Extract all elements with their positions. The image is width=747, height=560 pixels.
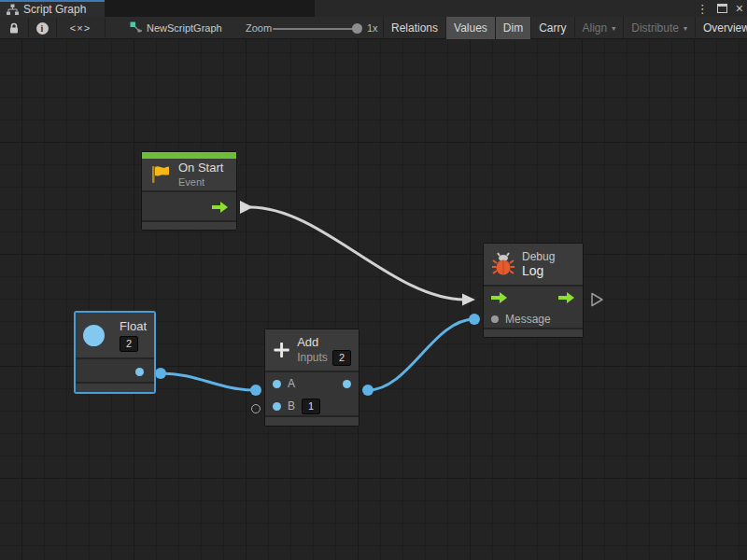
node-float-literal[interactable]: Float 2 [75, 312, 155, 393]
add-output-port[interactable] [343, 380, 351, 388]
flow-output-port-icon[interactable] [212, 202, 229, 213]
plus-icon [273, 338, 290, 362]
close-icon[interactable]: × [736, 2, 743, 15]
hierarchy-icon [7, 4, 19, 16]
info-button[interactable]: i [32, 17, 52, 39]
graph-canvas[interactable]: On Start Event [0, 39, 747, 560]
value-wire-add-to-log[interactable] [368, 319, 474, 390]
code-icon: <×> [70, 22, 91, 34]
zoom-label: Zoom [246, 17, 272, 39]
inputs-label: Inputs [297, 351, 328, 364]
wire-endpoint-dot [250, 385, 261, 396]
unconnected-flow-output-triangle[interactable] [592, 294, 602, 306]
zoom-value: 1x [367, 17, 378, 39]
node-footer [265, 415, 359, 426]
message-input-port[interactable] [491, 315, 499, 323]
wire-endpoint-dot [362, 385, 374, 396]
align-label: Align [583, 21, 608, 35]
distribute-button[interactable]: Distribute ▾ [623, 17, 695, 39]
node-subtitle: Event [178, 175, 223, 189]
bug-icon [491, 252, 515, 276]
port-label: A [288, 377, 295, 390]
node-title: Debug [522, 250, 555, 263]
unity-script-graph-window: Script Graph ⋮ × i <×> NewScriptGraph Zo… [0, 0, 747, 560]
window-controls: ⋮ × [697, 0, 743, 17]
dim-button[interactable]: Dim [495, 17, 530, 39]
add-input-b-port[interactable] [273, 402, 281, 411]
flag-icon [149, 164, 172, 185]
wire-endpoint-dot [155, 368, 166, 379]
value-wire-float-to-add[interactable] [161, 373, 256, 390]
port-label: B [288, 399, 295, 413]
tab-script-graph[interactable]: Script Graph [0, 0, 105, 17]
info-icon: i [36, 22, 49, 35]
node-title: Add [297, 335, 351, 350]
window-menu-icon[interactable]: ⋮ [697, 3, 709, 15]
zoom-slider-track[interactable] [273, 28, 360, 30]
node-add[interactable]: Add Inputs 2 A B 1 [264, 329, 359, 427]
chevron-down-icon: ▾ [684, 24, 687, 33]
wire-endpoint-dot [469, 314, 480, 325]
script-graph-icon [130, 21, 143, 35]
code-view-button[interactable]: <×> [63, 17, 97, 39]
node-title: Float [120, 319, 147, 334]
flow-wire-start-arrow [240, 201, 253, 214]
flow-input-port-icon[interactable] [491, 292, 508, 303]
add-input-a-port[interactable] [273, 380, 281, 388]
flow-wire-end-arrow [462, 294, 475, 306]
node-footer [142, 220, 236, 230]
b-value-field[interactable]: 1 [302, 399, 320, 414]
float-output-port[interactable] [135, 368, 144, 376]
node-on-start-event[interactable]: On Start Event [141, 151, 237, 231]
node-debug-log[interactable]: Debug Log Message [483, 243, 584, 338]
values-button[interactable]: Values [445, 17, 495, 39]
align-button[interactable]: Align ▾ [574, 17, 624, 39]
overview-button[interactable]: Overview [695, 17, 747, 39]
float-value-field[interactable]: 2 [120, 336, 138, 352]
zoom-slider-handle[interactable] [352, 23, 362, 34]
toolbar-buttons: Relations Values Dim Carry Align ▾ Distr… [383, 17, 747, 39]
node-subtitle: Log [522, 263, 555, 279]
graph-name-label[interactable]: NewScriptGraph [147, 17, 222, 39]
node-footer [76, 382, 154, 392]
wires-layer [0, 39, 747, 560]
node-footer [484, 328, 583, 337]
chevron-down-icon: ▾ [612, 24, 615, 33]
maximize-icon[interactable] [717, 4, 727, 13]
unconnected-value-port-circle[interactable] [251, 404, 261, 413]
flow-output-port-icon[interactable] [558, 292, 575, 303]
flow-wire-onstart-to-log[interactable] [250, 207, 465, 300]
float-type-icon [83, 325, 105, 346]
lock-button[interactable] [4, 17, 24, 39]
tab-label: Script Graph [23, 3, 86, 16]
tab-bar: Script Graph ⋮ × [0, 0, 747, 17]
relations-button[interactable]: Relations [383, 17, 445, 39]
distribute-label: Distribute [631, 21, 679, 35]
node-title: On Start [178, 161, 223, 175]
inputs-count-field[interactable]: 2 [332, 350, 351, 366]
lock-icon [7, 21, 21, 35]
carry-button[interactable]: Carry [530, 17, 573, 39]
event-accent-bar [142, 152, 236, 159]
port-label: Message [505, 313, 551, 326]
